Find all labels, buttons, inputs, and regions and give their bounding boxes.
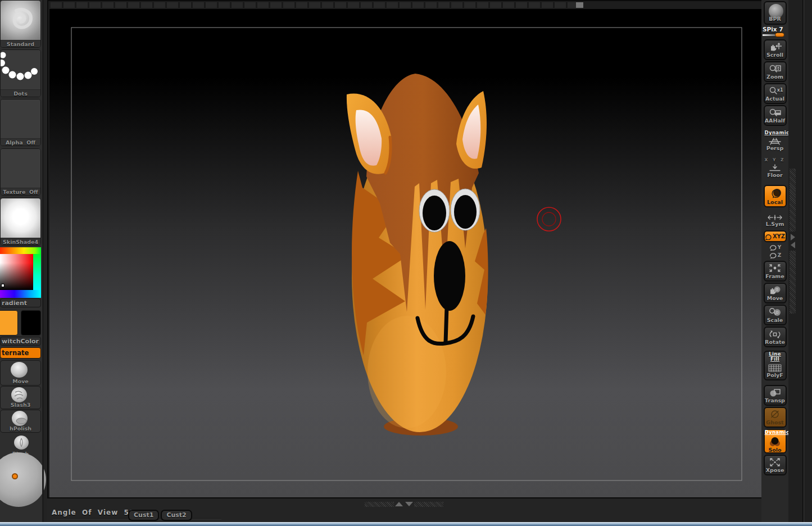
rotate-arc-icon	[765, 233, 772, 240]
scroll-button[interactable]: Scroll	[764, 39, 787, 60]
collapse-down-icon[interactable]	[405, 502, 413, 506]
slash3-brush-label: Slash3	[1, 402, 40, 409]
rotate-button[interactable]: Rotate	[764, 327, 787, 347]
local-button[interactable]: Local	[764, 185, 787, 207]
cat-head-model[interactable]	[347, 74, 488, 436]
move-brush-icon	[11, 362, 28, 378]
alpha-label: Alpha Off	[1, 138, 40, 146]
perspective-grid-icon	[768, 137, 782, 145]
scrubber-position[interactable]	[576, 2, 583, 8]
stroke-dots[interactable]: Dots	[0, 49, 41, 97]
spix-slider[interactable]	[763, 34, 785, 36]
expand-up-icon[interactable]	[395, 502, 403, 506]
ghost-button[interactable]: Ghost	[764, 407, 787, 428]
hue-strip-bottom[interactable]	[0, 290, 41, 298]
focal-point-dot	[12, 473, 18, 479]
brush-cursor	[537, 207, 561, 231]
alpha-off-thumb	[1, 99, 40, 139]
floor-button[interactable]: X Y Z Floor	[764, 157, 787, 180]
tray-divider-arrows[interactable]	[790, 232, 796, 251]
right-tray-zone	[788, 0, 812, 522]
floor-axes-label: X Y Z	[765, 158, 786, 162]
primary-color-swatch[interactable]	[0, 310, 18, 335]
dynamic-solo-label: Dynamic	[765, 430, 786, 435]
brush-slash3[interactable]: Slash3	[0, 386, 41, 409]
xyz-button[interactable]: XYZ	[764, 230, 787, 242]
tray-divider-vertical[interactable]	[790, 169, 796, 314]
spix-slider-handle[interactable]	[775, 33, 784, 37]
skinshade-sphere-icon	[1, 198, 40, 238]
material-label: SkinShade4	[1, 238, 40, 245]
actual-button[interactable]: x1 Actual	[764, 83, 787, 104]
polyf-button[interactable]: Line Fill PolyF	[764, 351, 787, 380]
hue-strip-right[interactable]	[33, 254, 41, 290]
hand-scroll-icon	[768, 42, 782, 52]
draw-size-preview[interactable]	[0, 452, 46, 507]
brush-hpolish[interactable]: hPolish	[0, 410, 41, 433]
switchcolor-button[interactable]: witchColor	[0, 337, 41, 346]
angle-of-view-label: Angle Of View	[52, 509, 118, 516]
move-button[interactable]: Move	[764, 283, 787, 303]
scale-button[interactable]: Scale	[764, 305, 787, 325]
saturation-value-square[interactable]	[0, 254, 33, 290]
rotate-y-arc-icon	[769, 243, 777, 251]
divider-texture	[365, 502, 394, 507]
brush-standard[interactable]: Standard	[0, 0, 41, 48]
xpose-arrows-icon	[768, 457, 782, 467]
material-selector[interactable]: SkinShade4	[0, 198, 41, 246]
open-tray-right-icon[interactable]	[791, 234, 795, 241]
angle-of-view-control: Angle Of View 50 Cust1 Cust2	[52, 509, 134, 521]
alpha-selector[interactable]: Alpha Off	[0, 99, 41, 146]
sculpt-viewport	[49, 9, 763, 497]
open-tray-left-icon[interactable]	[791, 242, 795, 248]
bpr-button[interactable]: BPR	[764, 1, 787, 25]
zoom-button[interactable]: Zoom	[764, 61, 787, 82]
bpr-label: BPR	[765, 16, 786, 23]
secondary-color-swatch[interactable]	[21, 310, 41, 335]
transparency-icon	[768, 388, 782, 397]
timeline-scrubber[interactable]	[51, 2, 583, 8]
brush-standard-label: Standard	[1, 40, 40, 47]
texture-off-thumb	[1, 149, 40, 188]
spix-slider-label: SPix 7	[763, 26, 787, 33]
symmetry-arrows-icon	[767, 214, 783, 221]
tray-divider-horizontal[interactable]	[365, 501, 449, 507]
brush-move[interactable]: Move	[0, 360, 41, 386]
lsym-button[interactable]: L.Sym	[764, 211, 787, 229]
divider-texture	[414, 502, 443, 507]
line-fill-label: Line Fill	[765, 352, 786, 362]
frame-button[interactable]: Frame	[764, 261, 787, 282]
xpose-button[interactable]: Xpose	[764, 455, 787, 475]
move-brush-label: Move	[1, 378, 40, 385]
texture-label: Texture Off	[1, 188, 40, 195]
color-marker[interactable]	[1, 284, 4, 287]
polyframe-grid-icon	[768, 364, 782, 372]
left-shelf: Standard Dots Alpha Off Texture Off	[0, 0, 44, 522]
persp-button[interactable]: Dynamic Persp	[764, 129, 787, 153]
hue-strip-top[interactable]	[0, 247, 41, 254]
rotate-z-arc-icon	[769, 251, 777, 259]
gradient-button[interactable]: radient	[0, 298, 41, 307]
alternate-button[interactable]: ternate	[0, 347, 41, 359]
texture-selector[interactable]: Texture Off	[0, 148, 41, 196]
cust2-button[interactable]: Cust2	[161, 510, 192, 521]
stroke-dots-label: Dots	[1, 89, 40, 97]
canvas-frame	[47, 0, 765, 498]
transp-button[interactable]: Transp	[764, 385, 787, 406]
cust1-button[interactable]: Cust1	[128, 510, 159, 521]
local-pivot-icon	[768, 188, 782, 199]
solo-button[interactable]: Dynamic Solo	[764, 429, 787, 454]
rotate-y-control[interactable]: Y	[764, 243, 787, 251]
right-edge-line	[802, 0, 804, 522]
aahalf-button[interactable]: AAHalf	[764, 105, 787, 126]
dynamic-persp-label: Dynamic	[765, 130, 786, 135]
magnifier-half-icon	[768, 108, 782, 117]
hpolish-brush-label: hPolish	[1, 425, 40, 432]
slash3-brush-icon	[11, 387, 27, 402]
hpolish-brush-icon	[12, 411, 28, 426]
color-picker[interactable]	[0, 247, 41, 298]
document-canvas[interactable]	[49, 9, 763, 497]
pinch-brush-icon	[14, 436, 29, 450]
rotate-z-control[interactable]: Z	[764, 251, 787, 259]
right-shelf: BPR SPix 7 Scroll Zoom x1 Actual	[761, 0, 788, 522]
